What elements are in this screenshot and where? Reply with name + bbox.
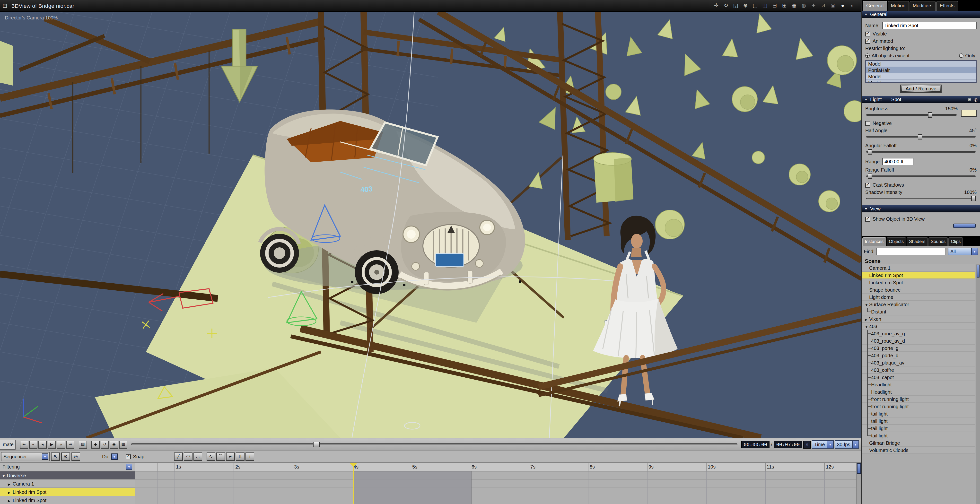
viewport-canvas[interactable]: 403 [0, 12, 861, 438]
show-object-checkbox[interactable] [865, 216, 870, 221]
animated-checkbox[interactable] [865, 39, 870, 43]
move-tool-icon[interactable]: ✛ [712, 2, 721, 10]
tab-motion[interactable]: Motion [888, 1, 909, 11]
scene-tree-item[interactable]: Gilman Bridge [862, 439, 975, 447]
current-time-display[interactable]: 00:00:00 [741, 441, 770, 448]
expand-triangle-icon[interactable] [865, 302, 869, 307]
axes-icon[interactable]: ⊿ [819, 2, 827, 10]
loop-button[interactable]: ↺ [100, 440, 109, 448]
scale-tool-icon[interactable]: ◱ [732, 2, 740, 10]
expand-triangle-icon[interactable] [865, 323, 869, 329]
tweener-oscillate-icon[interactable]: ∿ [207, 453, 215, 461]
scene-tree-item[interactable]: 403_roue_av_d [862, 337, 975, 345]
list-item[interactable]: PortiaHair [866, 67, 976, 73]
tab-general[interactable]: General [863, 1, 887, 11]
step-back-button[interactable]: ◂ [38, 440, 47, 448]
tree-scroll-thumb[interactable] [977, 265, 980, 278]
play-button[interactable]: ▶ [48, 440, 56, 448]
film-button[interactable]: ▤ [79, 440, 87, 448]
tab-effects[interactable]: Effects [936, 1, 958, 11]
scene-tree-item[interactable]: Linked rim Spot [862, 272, 975, 279]
tweener-linear-icon[interactable]: ╱ [174, 453, 183, 461]
range-falloff-slider[interactable] [865, 173, 977, 179]
fast-forward-button[interactable]: » [57, 440, 65, 448]
cross-icon[interactable]: × [803, 440, 811, 448]
list-item[interactable]: Model [866, 80, 976, 83]
sequencer-track-row[interactable]: Linked rim Spot [0, 496, 135, 504]
brightness-slider[interactable] [865, 112, 958, 118]
restrict-objects-list[interactable]: Model PortiaHair Model Model [865, 60, 977, 83]
scene-tree-item[interactable]: 403_roue_av_g [862, 330, 975, 337]
viewport-3d[interactable]: 403 [0, 12, 861, 438]
scrubber-thumb[interactable] [313, 442, 320, 447]
scene-tree-item[interactable]: tail light [862, 410, 975, 418]
zoom-tool-icon[interactable]: ⊕ [741, 2, 749, 10]
scene-tree-item[interactable]: front running light [862, 396, 975, 403]
jump-end-button[interactable]: ⇥ [66, 440, 74, 448]
sun-icon[interactable]: ☀ [967, 97, 971, 102]
scene-tree-item[interactable]: Light dome [862, 294, 975, 301]
single-pane-icon[interactable]: ▢ [751, 2, 759, 10]
negative-checkbox[interactable] [865, 121, 870, 126]
scene-tree-item[interactable]: Headlight [862, 388, 975, 396]
scene-tree-item[interactable]: tail light [862, 432, 975, 439]
name-field[interactable] [883, 22, 977, 29]
shadow-intensity-slider[interactable] [865, 196, 977, 201]
sequencer-track-row[interactable]: Linked rim Spot [0, 488, 135, 496]
light-color-swatch[interactable] [961, 110, 977, 117]
collapse-triangle-icon[interactable] [8, 498, 13, 503]
total-time-display[interactable]: 00:07:00 [774, 441, 802, 448]
zoom-tool-icon[interactable]: ◎ [72, 453, 80, 461]
tab-animate[interactable]: mate [0, 440, 16, 449]
light-section-header[interactable]: ▼ Light: Spot ☀ ◎ [862, 96, 980, 103]
add-remove-button[interactable]: Add / Remove [900, 84, 942, 93]
timeline-ruler[interactable]: 1s 2s 3s 4s 5s 6s 7s 8s 9s 10s 11s 12s [135, 463, 861, 471]
split-pane-icon[interactable]: ⊟ [770, 2, 779, 10]
target-icon[interactable]: ◎ [974, 97, 978, 102]
find-scope-dropdown[interactable]: All ▼ [948, 248, 978, 255]
all-objects-except-radio[interactable] [865, 54, 870, 58]
scene-root-label[interactable]: Scene [862, 257, 980, 264]
snap-checkbox[interactable] [126, 454, 130, 459]
timeline-tracks[interactable] [135, 471, 861, 504]
tweener-ease-in-icon[interactable]: ◡ [194, 453, 202, 461]
scene-tree-item[interactable]: tail light [862, 418, 975, 425]
sequencer-track-row[interactable]: Camera 1 [0, 480, 135, 488]
scene-tree-item[interactable]: 403_plaque_av [862, 359, 975, 366]
render-camera-button[interactable]: ◉ [110, 440, 118, 448]
camera-label[interactable]: Director's Camera 100% [5, 15, 57, 21]
keyframe-tool-icon[interactable]: ⊛ [61, 453, 70, 461]
selected-range[interactable] [353, 471, 471, 504]
tweener-ease-out-icon[interactable]: ◠ [184, 453, 192, 461]
collapse-triangle-icon[interactable] [8, 481, 13, 486]
camera-icon[interactable]: ◉ [829, 2, 837, 10]
tweener-step-icon[interactable]: ⌐ [226, 453, 235, 461]
tweener-bezier-icon[interactable]: ⌒ [216, 453, 225, 461]
pointer-tool-icon[interactable]: ↖ [51, 453, 60, 461]
expand-triangle-icon[interactable] [2, 473, 7, 478]
visible-checkbox[interactable] [865, 31, 870, 36]
rewind-button[interactable]: « [29, 440, 37, 448]
grid-pane-icon[interactable]: ▦ [790, 2, 798, 10]
scene-tree-item[interactable]: Camera 1 [862, 264, 975, 272]
tab-shaders[interactable]: Shaders [907, 237, 928, 246]
list-item[interactable]: Model [866, 73, 976, 80]
collapse-triangle-icon[interactable] [8, 489, 13, 494]
tab-sounds[interactable]: Sounds [928, 237, 948, 246]
grid-snap-button[interactable]: ▦ [119, 440, 127, 448]
scene-tree-item[interactable]: 403_porte_d [862, 352, 975, 359]
timeline-scrollbar[interactable] [856, 463, 861, 504]
list-item[interactable]: Model [866, 61, 976, 67]
tweener-wave-icon[interactable]: ≀ [245, 453, 254, 461]
scene-tree-item[interactable]: tail light [862, 425, 975, 432]
light-type-value[interactable]: Spot [891, 97, 901, 102]
timeline-scroll-thumb[interactable] [857, 463, 861, 474]
tab-modifiers[interactable]: Modifiers [909, 1, 936, 11]
globe-icon[interactable]: ◍ [800, 2, 808, 10]
scene-tree-item[interactable]: Headlight [862, 381, 975, 388]
fps-dropdown[interactable]: 30 fps ▼ [835, 440, 859, 448]
angular-falloff-slider[interactable] [865, 149, 977, 154]
star-icon[interactable]: ✦ [810, 2, 818, 10]
scene-tree-item[interactable]: Vixen [862, 315, 975, 323]
tree-scrollbar[interactable] [975, 264, 980, 504]
